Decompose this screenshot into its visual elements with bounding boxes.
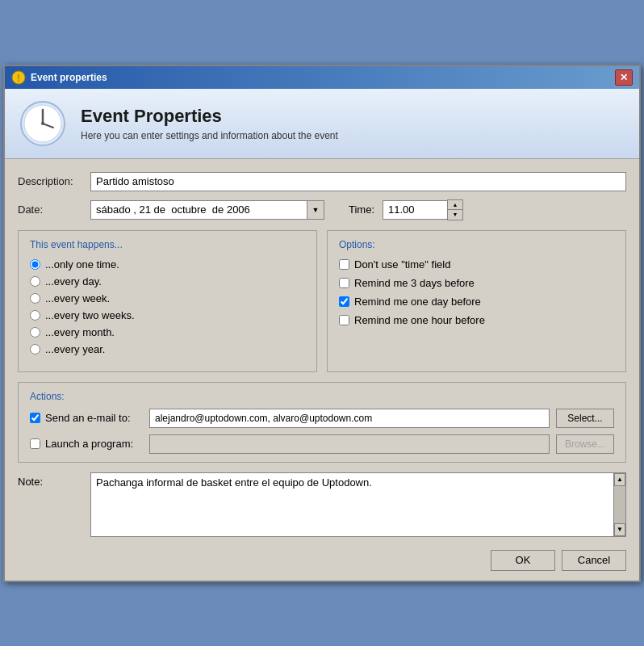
- program-action-checkbox[interactable]: [30, 438, 40, 449]
- radio-every-year-input[interactable]: [30, 344, 40, 354]
- time-spinner: ▲ ▼: [383, 199, 463, 220]
- option-no-time-checkbox[interactable]: [339, 259, 349, 270]
- radio-every-month-label: ...every month.: [45, 326, 115, 338]
- title-bar-left: ! Event properties: [11, 70, 107, 85]
- event-happens-title: This event happens...: [30, 239, 305, 250]
- ok-button[interactable]: OK: [491, 550, 555, 571]
- note-wrapper: Pachanga informal de basket entre el equ…: [90, 472, 626, 537]
- header-title: Event Properties: [81, 106, 338, 127]
- email-input[interactable]: [149, 409, 550, 428]
- radio-every-day-label: ...every day.: [45, 275, 102, 287]
- option-remind-3-days: Remind me 3 days before: [339, 277, 614, 289]
- email-action-checkbox[interactable]: [30, 413, 40, 423]
- svg-point-6: [41, 122, 44, 125]
- close-button[interactable]: ✕: [615, 69, 633, 86]
- email-action-label: Send an e-mail to:: [30, 412, 143, 424]
- option-no-time-label: Don't use "time" field: [354, 258, 450, 271]
- radio-every-week: ...every week.: [30, 292, 305, 304]
- description-row: Description:: [18, 172, 626, 191]
- actions-title: Actions:: [30, 391, 614, 402]
- option-remind-one-day: Remind me one day before: [339, 296, 614, 308]
- option-remind-one-day-label: Remind me one day before: [354, 296, 481, 308]
- option-remind-one-hour: Remind me one hour before: [339, 314, 614, 326]
- date-label: Date:: [18, 203, 90, 216]
- option-no-time: Don't use "time" field: [339, 258, 614, 271]
- program-input: [149, 434, 550, 454]
- description-input[interactable]: [90, 172, 626, 191]
- date-dropdown-button[interactable]: ▼: [307, 200, 324, 220]
- email-action-row: Send an e-mail to: Select...: [30, 409, 614, 428]
- event-happens-panel: This event happens... ...only one time. …: [18, 230, 317, 372]
- radio-only-one-time-label: ...only one time.: [45, 258, 119, 271]
- spinner-down-button[interactable]: ▼: [448, 210, 462, 220]
- time-label: Time:: [349, 203, 374, 216]
- radio-every-year: ...every year.: [30, 343, 305, 355]
- actions-section: Actions: Send an e-mail to: Select... La…: [18, 382, 626, 463]
- program-action-label: Launch a program:: [30, 438, 143, 450]
- scrollbar-down-button[interactable]: ▼: [614, 523, 625, 536]
- time-input[interactable]: [383, 200, 447, 220]
- scrollbar-track: [614, 486, 625, 523]
- radio-only-one-time-input[interactable]: [30, 259, 40, 270]
- program-action-row: Launch a program: Browse...: [30, 434, 614, 454]
- radio-every-day: ...every day.: [30, 275, 305, 287]
- radio-every-day-input[interactable]: [30, 276, 40, 287]
- clock-icon: [19, 100, 66, 147]
- email-action-text: Send an e-mail to:: [45, 412, 131, 424]
- description-label: Description:: [18, 175, 90, 187]
- radio-every-two-weeks: ...every two weeks.: [30, 309, 305, 321]
- date-select-wrapper: ▼: [90, 200, 324, 220]
- program-action-text: Launch a program:: [45, 438, 133, 450]
- button-row: OK Cancel: [18, 550, 626, 571]
- header-subtitle: Here you can enter settings and informat…: [81, 130, 338, 141]
- option-remind-one-hour-checkbox[interactable]: [339, 315, 349, 325]
- svg-text:!: !: [17, 73, 20, 84]
- option-remind-3-days-label: Remind me 3 days before: [354, 277, 475, 289]
- dialog-header: Event Properties Here you can enter sett…: [5, 89, 639, 159]
- note-label: Note:: [18, 472, 90, 537]
- dialog-content: Description: Date: ▼ Time: ▲ ▼ This: [5, 159, 639, 581]
- date-row: Date: ▼ Time: ▲ ▼: [18, 199, 626, 220]
- radio-every-week-input[interactable]: [30, 293, 40, 304]
- spinner-up-button[interactable]: ▲: [448, 200, 462, 210]
- options-title: Options:: [339, 239, 614, 250]
- radio-every-week-label: ...every week.: [45, 292, 110, 304]
- note-section: Note: Pachanga informal de basket entre …: [18, 472, 626, 537]
- radio-every-two-weeks-input[interactable]: [30, 310, 40, 321]
- two-panel: This event happens... ...only one time. …: [18, 230, 626, 372]
- scrollbar-up-button[interactable]: ▲: [614, 473, 625, 486]
- note-scrollbar: ▲ ▼: [613, 472, 626, 537]
- option-remind-one-hour-label: Remind me one hour before: [354, 314, 485, 326]
- cancel-button[interactable]: Cancel: [562, 550, 626, 571]
- radio-every-month: ...every month.: [30, 326, 305, 338]
- warning-icon: !: [11, 70, 26, 85]
- browse-button: Browse...: [556, 434, 614, 454]
- select-button[interactable]: Select...: [556, 409, 614, 428]
- options-panel: Options: Don't use "time" field Remind m…: [327, 230, 626, 372]
- title-text: Event properties: [31, 72, 107, 83]
- option-remind-3-days-checkbox[interactable]: [339, 278, 349, 288]
- radio-every-year-label: ...every year.: [45, 343, 105, 355]
- spinner-buttons: ▲ ▼: [447, 199, 463, 220]
- radio-every-month-input[interactable]: [30, 327, 40, 338]
- header-text: Event Properties Here you can enter sett…: [81, 106, 338, 141]
- option-remind-one-day-checkbox[interactable]: [339, 296, 349, 307]
- radio-only-one-time: ...only one time.: [30, 258, 305, 271]
- title-bar: ! Event properties ✕: [5, 66, 639, 89]
- date-input[interactable]: [90, 200, 324, 220]
- event-properties-window: ! Event properties ✕ Event Properties He…: [3, 65, 641, 582]
- note-textarea[interactable]: Pachanga informal de basket entre el equ…: [90, 472, 613, 537]
- radio-every-two-weeks-label: ...every two weeks.: [45, 309, 135, 321]
